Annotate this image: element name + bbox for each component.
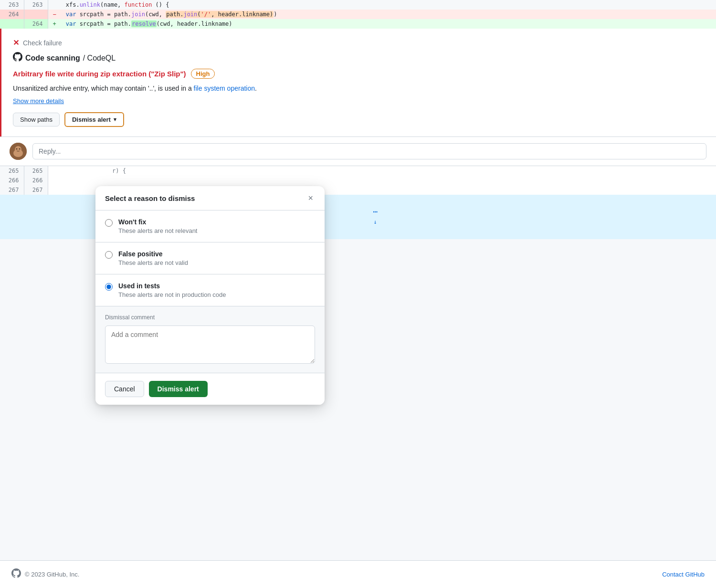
modal-title: Select a reason to dismiss [105,194,195,202]
radio-wont-fix-label: Won't fix [118,218,197,226]
radio-false-positive[interactable] [105,251,113,259]
radio-used-in-tests[interactable] [105,283,113,291]
radio-false-positive-desc: These alerts are not valid [118,259,188,266]
radio-used-in-tests-label: Used in tests [118,282,226,290]
radio-wont-fix[interactable] [105,219,113,227]
radio-option-wont-fix[interactable]: Won't fix These alerts are not relevant [95,210,325,242]
dismiss-alert-modal-button[interactable]: Dismiss alert [149,381,208,397]
dismiss-modal: Select a reason to dismiss × Won't fix T… [95,186,325,405]
modal-body: Won't fix These alerts are not relevant … [95,210,325,306]
radio-option-false-positive[interactable]: False positive These alerts are not vali… [95,242,325,274]
radio-option-used-in-tests[interactable]: Used in tests These alerts are not in pr… [95,274,325,306]
radio-wont-fix-desc: These alerts are not relevant [118,227,197,234]
radio-used-in-tests-content: Used in tests These alerts are not in pr… [118,282,226,298]
radio-false-positive-content: False positive These alerts are not vali… [118,250,188,266]
modal-overlay: Select a reason to dismiss × Won't fix T… [0,0,716,588]
cancel-button[interactable]: Cancel [105,381,144,397]
modal-header: Select a reason to dismiss × [95,186,325,210]
radio-false-positive-label: False positive [118,250,188,258]
modal-close-button[interactable]: × [306,194,315,202]
modal-comment-section: Dismissal comment [95,306,325,373]
modal-comment-label: Dismissal comment [105,314,315,321]
radio-wont-fix-content: Won't fix These alerts are not relevant [118,218,197,234]
modal-comment-input[interactable] [105,326,315,364]
radio-used-in-tests-desc: These alerts are not in production code [118,291,226,298]
modal-footer: Cancel Dismiss alert [95,373,325,405]
